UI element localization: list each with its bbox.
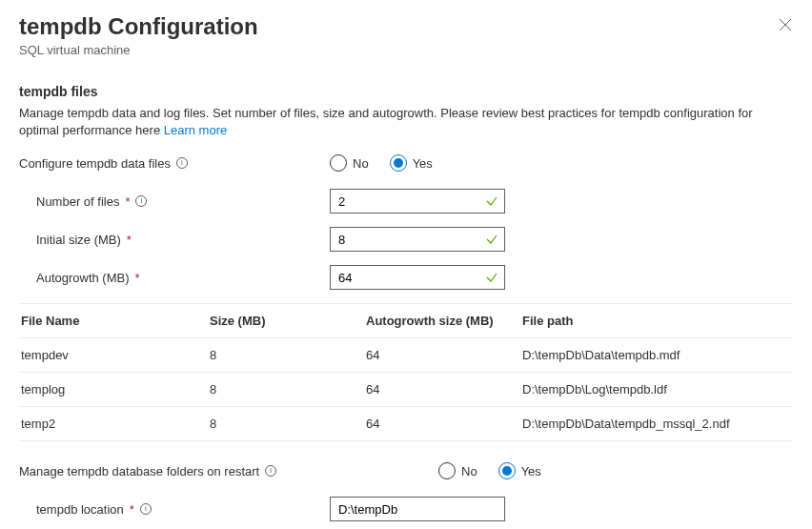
info-icon[interactable]: i xyxy=(135,195,147,207)
cell-auto: 64 xyxy=(366,417,522,431)
cell-size: 8 xyxy=(210,417,366,431)
cell-auto: 64 xyxy=(366,348,522,362)
required-asterisk: * xyxy=(125,194,130,209)
required-asterisk: * xyxy=(130,502,134,517)
manage-folders-label: Manage tempdb database folders on restar… xyxy=(19,464,259,478)
num-files-label: Number of files xyxy=(36,194,119,209)
col-file-path: File path xyxy=(522,314,791,328)
radio-label-yes: Yes xyxy=(521,464,541,478)
cell-auto: 64 xyxy=(366,382,522,397)
close-icon xyxy=(779,18,792,31)
info-icon[interactable]: i xyxy=(176,157,188,169)
autogrowth-input-wrap[interactable] xyxy=(330,265,505,290)
table-header: File Name Size (MB) Autogrowth size (MB)… xyxy=(19,303,793,338)
radio-label-no: No xyxy=(353,156,369,171)
table-row: tempdev 8 64 D:\tempDb\Data\tempdb.mdf xyxy=(19,338,793,373)
init-size-input-wrap[interactable] xyxy=(330,227,505,252)
page-title: tempdb Configuration xyxy=(19,13,793,41)
manage-yes-option[interactable]: Yes xyxy=(498,462,541,479)
section-title: tempdb files xyxy=(19,84,793,99)
init-size-label: Initial size (MB) xyxy=(36,233,121,247)
autogrowth-label: Autogrowth (MB) xyxy=(36,271,130,285)
location-label: tempdb location xyxy=(36,502,124,517)
radio-icon xyxy=(498,462,516,479)
radio-label-yes: Yes xyxy=(413,156,433,171)
radio-icon xyxy=(330,154,347,172)
table-row: temp2 8 64 D:\tempDb\Data\tempdb_mssql_2… xyxy=(19,407,793,441)
description-text: Manage tempdb data and log files. Set nu… xyxy=(19,106,753,137)
radio-icon xyxy=(438,462,456,479)
cell-size: 8 xyxy=(210,348,366,362)
required-asterisk: * xyxy=(135,271,140,285)
configure-yes-option[interactable]: Yes xyxy=(390,154,433,172)
cell-name: templog xyxy=(21,382,210,397)
check-icon xyxy=(485,271,498,284)
info-icon[interactable]: i xyxy=(265,465,276,477)
required-asterisk: * xyxy=(127,233,132,247)
section-description: Manage tempdb data and log files. Set nu… xyxy=(19,105,793,139)
location-input-wrap[interactable] xyxy=(330,497,505,521)
check-icon xyxy=(485,194,498,208)
cell-path: D:\tempDb\Data\tempdb.mdf xyxy=(522,348,791,362)
autogrowth-input[interactable] xyxy=(331,266,504,289)
col-file-name: File Name xyxy=(21,314,210,328)
configure-label: Configure tempdb data files xyxy=(19,156,171,171)
cell-path: D:\tempDb\Log\tempdb.ldf xyxy=(522,382,791,397)
init-size-input[interactable] xyxy=(331,228,504,251)
learn-more-link[interactable]: Learn more xyxy=(164,123,227,137)
cell-name: temp2 xyxy=(21,417,210,431)
page-subtitle: SQL virtual machine xyxy=(19,43,793,57)
info-icon[interactable]: i xyxy=(140,503,152,515)
col-size: Size (MB) xyxy=(210,314,366,328)
num-files-input-wrap[interactable] xyxy=(330,189,505,214)
cell-path: D:\tempDb\Data\tempdb_mssql_2.ndf xyxy=(522,417,791,431)
configure-no-option[interactable]: No xyxy=(330,154,369,172)
close-button[interactable] xyxy=(778,17,793,32)
col-autogrowth: Autogrowth size (MB) xyxy=(366,314,522,328)
cell-name: tempdev xyxy=(21,348,210,362)
manage-no-option[interactable]: No xyxy=(438,462,477,479)
radio-icon xyxy=(390,154,407,172)
files-table: File Name Size (MB) Autogrowth size (MB)… xyxy=(19,303,793,441)
radio-label-no: No xyxy=(461,464,477,478)
table-row: templog 8 64 D:\tempDb\Log\tempdb.ldf xyxy=(19,373,793,407)
num-files-input[interactable] xyxy=(331,190,504,213)
cell-size: 8 xyxy=(210,382,366,397)
check-icon xyxy=(485,233,498,246)
location-input[interactable] xyxy=(331,498,504,520)
